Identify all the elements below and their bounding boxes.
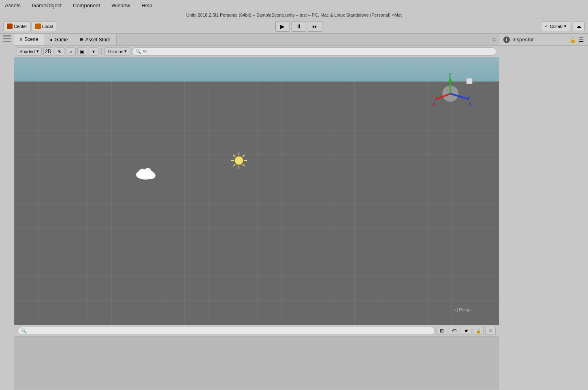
svg-text:z: z	[469, 101, 472, 107]
project-content	[14, 336, 499, 390]
menu-assets[interactable]: Assets	[3, 2, 22, 9]
collab-arrow-icon: ▾	[564, 24, 567, 29]
main-toolbar: Center Local ▶ ⏸ ⏭ ✓ Collab ▾ ☁	[0, 19, 588, 34]
center-label: Center	[14, 24, 27, 29]
step-button[interactable]: ⏭	[308, 21, 322, 32]
svg-line-7	[243, 155, 245, 157]
left-panel	[0, 34, 14, 390]
center-content: # Scene ● Game ⊞ Asset Store ≡ Shaded ▾ …	[14, 34, 499, 390]
btn-image[interactable]: ▣	[77, 47, 87, 56]
menu-gameobject[interactable]: GameObject	[30, 2, 63, 9]
svg-marker-22	[467, 96, 470, 101]
project-search-input[interactable]	[17, 327, 435, 335]
project-btn-2[interactable]: 🏷	[449, 327, 459, 335]
inspector-menu-icon[interactable]: ☰	[579, 36, 584, 43]
title-bar: Unity 2018.2.5f1 Personal (64bit) – Samp…	[0, 11, 588, 19]
gizmos-button[interactable]: Gizmos ▾	[104, 47, 130, 56]
collab-button[interactable]: ✓ Collab ▾	[541, 21, 570, 31]
lock-project-icon: 🔒	[475, 328, 481, 334]
scene-search-input[interactable]	[132, 47, 496, 56]
project-icon-1: ⊞	[440, 328, 444, 334]
inspector-lock-icon[interactable]: 🔒	[569, 36, 576, 43]
inspector-info-icon: i	[503, 36, 510, 43]
play-button[interactable]: ▶	[275, 21, 290, 32]
scene-tab-label: Scene	[24, 36, 38, 42]
inspector-header: i Inspector 🔒 ☰	[499, 34, 588, 46]
project-btn-3[interactable]: ★	[461, 327, 471, 335]
svg-line-5	[233, 155, 235, 157]
shading-mode-select[interactable]: Shaded ▾	[17, 47, 42, 56]
project-icon-2: 🏷	[452, 328, 456, 334]
project-lock-btn[interactable]: 🔒	[473, 327, 484, 335]
title-text: Unity 2018.2.5f1 Personal (64bit) – Samp…	[186, 13, 402, 17]
project-btn-1[interactable]: ⊞	[437, 327, 447, 335]
center-button[interactable]: Center	[3, 21, 31, 31]
svg-rect-26	[467, 78, 472, 84]
svg-text:y: y	[448, 71, 452, 77]
scene-view[interactable]: x y z ◁ Persp	[14, 57, 499, 325]
inspector-content	[499, 46, 588, 390]
project-menu-btn[interactable]: ≡	[485, 327, 496, 335]
tab-game[interactable]: ● Game	[44, 34, 74, 45]
btn-more[interactable]: ▾	[89, 47, 98, 56]
left-panel-icon-2	[3, 38, 11, 39]
tab-menu-button[interactable]: ≡	[489, 34, 499, 45]
inspector-title: Inspector	[512, 36, 534, 43]
collab-check-icon: ✓	[545, 24, 548, 29]
btn-audio[interactable]: ♪	[66, 47, 76, 56]
sun-scene-icon: ☀	[57, 49, 62, 54]
tab-bar: # Scene ● Game ⊞ Asset Store ≡	[14, 34, 499, 46]
menu-project-icon: ≡	[489, 328, 492, 334]
svg-point-13	[144, 168, 151, 175]
bottom-toolbar: ⊞ 🏷 ★ 🔒 ≡	[14, 325, 499, 336]
cloud-object	[134, 166, 158, 183]
image-icon: ▣	[80, 49, 84, 54]
cloud-icon-btn: ☁	[576, 23, 582, 29]
collab-label: Collab	[550, 24, 562, 29]
tab-assetstore[interactable]: ⊞ Asset Store	[74, 34, 117, 45]
game-tab-icon: ●	[50, 37, 53, 42]
menu-window[interactable]: Window	[110, 2, 132, 9]
center-icon	[7, 24, 13, 29]
menu-help[interactable]: Help	[140, 2, 154, 9]
gizmos-label: Gizmos	[108, 49, 123, 54]
inspector-panel: i Inspector 🔒 ☰	[499, 34, 588, 390]
game-tab-label: Game	[55, 37, 68, 43]
cloud-button[interactable]: ☁	[573, 21, 585, 31]
pause-button[interactable]: ⏸	[292, 21, 306, 32]
tab-scene[interactable]: # Scene	[14, 34, 44, 45]
local-label: Local	[42, 24, 53, 29]
btn-sun[interactable]: ☀	[55, 47, 64, 56]
btn-2d-label: 2D	[45, 49, 51, 54]
left-panel-icon-1	[3, 35, 11, 36]
shading-mode-arrow: ▾	[36, 49, 39, 54]
svg-text:x: x	[432, 101, 436, 107]
svg-marker-20	[448, 77, 453, 82]
local-button[interactable]: Local	[32, 21, 56, 31]
gizmos-arrow-icon: ▾	[124, 49, 127, 54]
persp-label: ◁ Persp	[454, 307, 471, 313]
collab-group: ✓ Collab ▾ ☁	[541, 21, 585, 31]
menu-component[interactable]: Component	[71, 2, 102, 9]
sun-object	[229, 150, 249, 171]
main-area: # Scene ● Game ⊞ Asset Store ≡ Shaded ▾ …	[0, 34, 588, 390]
transform-group: Center Local	[3, 21, 56, 31]
scene-tab-icon: #	[20, 37, 22, 42]
left-panel-icon-3	[3, 41, 11, 42]
more-icon: ▾	[92, 49, 95, 54]
svg-line-6	[243, 164, 245, 166]
svg-marker-18	[435, 96, 438, 101]
playback-group: ▶ ⏸ ⏭	[59, 21, 538, 32]
menu-bar: Assets GameObject Component Window Help	[0, 0, 588, 11]
btn-2d[interactable]: 2D	[43, 47, 53, 56]
orientation-gizmo[interactable]: x y z	[426, 69, 475, 118]
scene-toolbar: Shaded ▾ 2D ☀ ♪ ▣ ▾ Gizmos ▾	[14, 46, 499, 57]
svg-line-8	[233, 164, 235, 166]
audio-icon: ♪	[70, 49, 72, 54]
toolbar-separator	[101, 48, 102, 55]
shading-mode-label: Shaded	[19, 49, 35, 54]
local-icon	[35, 24, 41, 29]
project-icon-3: ★	[464, 328, 469, 334]
bottom-panel: ⊞ 🏷 ★ 🔒 ≡	[14, 325, 499, 390]
assetstore-tab-icon: ⊞	[80, 37, 83, 42]
